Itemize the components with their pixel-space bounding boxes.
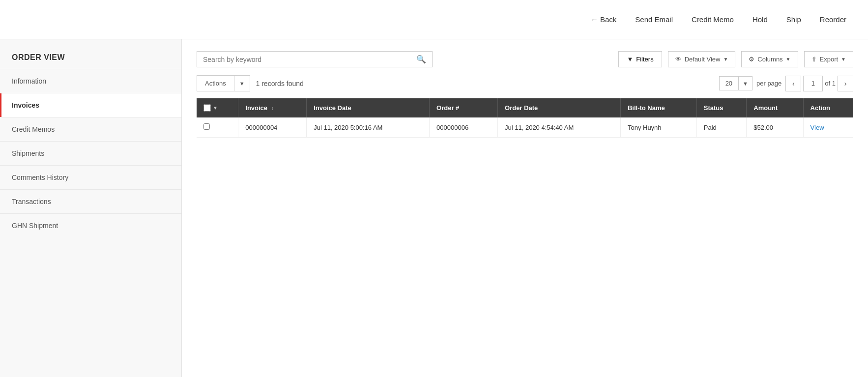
back-button[interactable]: ← Back [589,11,619,28]
per-page-section: 20 ▼ per page ‹ of 1 › [719,76,853,91]
next-page-button[interactable]: › [838,76,853,91]
per-page-select: 20 ▼ [719,76,752,90]
actions-label: Actions [197,76,234,91]
search-input[interactable] [203,56,412,63]
per-page-label: per page [756,80,781,87]
th-checkbox: ▼ [197,98,238,117]
sidebar-item-credit-memos[interactable]: Credit Memos [0,117,181,141]
actions-dropdown: Actions ▼ [197,75,250,91]
filters-button[interactable]: ▼ Filters [618,51,662,67]
eye-icon: 👁 [675,56,682,63]
search-icon: 🔍 [416,55,426,64]
pagination: ‹ of 1 › [785,76,853,91]
th-invoice: Invoice ↕ [238,98,307,117]
search-box: 🔍 [197,51,433,67]
view-link-0[interactable]: View [810,124,824,131]
default-view-label: Default View [685,56,721,63]
select-all-checkbox[interactable] [203,104,211,112]
columns-button[interactable]: ⚙ Columns ▼ [741,51,798,67]
th-checkbox-caret[interactable]: ▼ [213,105,218,111]
chevron-down-icon: ▼ [723,57,728,62]
hold-button[interactable]: Hold [751,11,770,28]
sidebar-item-comments-history[interactable]: Comments History [0,165,181,189]
row-order-number: 000000006 [430,117,498,138]
toolbar-row2: Actions ▼ 1 records found 20 ▼ per page … [197,75,853,91]
row-checkbox-0[interactable] [203,123,210,130]
filters-label: Filters [636,56,653,63]
invoices-table: ▼ Invoice ↕ Invoice Date Order # Order D… [197,98,853,138]
row-bill-to-name: Tony Huynh [620,117,696,138]
records-found: 1 records found [256,80,304,87]
chevron-down-icon-2: ▼ [786,57,791,62]
th-amount: Amount [747,98,803,117]
filter-icon: ▼ [627,56,633,63]
export-icon: ⇧ [811,56,817,63]
sidebar-title: ORDER VIEW [0,44,181,69]
row-order-date: Jul 11, 2020 4:54:40 AM [498,117,621,138]
page-input[interactable] [803,76,823,91]
page-of-label: of 1 [825,80,836,87]
toolbar-row1: 🔍 ▼ Filters 👁 Default View ▼ ⚙ Columns ▼… [197,51,853,67]
credit-memo-button[interactable]: Credit Memo [690,11,736,28]
reorder-button[interactable]: Reorder [818,11,848,28]
columns-label: Columns [757,56,782,63]
row-status: Paid [696,117,747,138]
per-page-caret-button[interactable]: ▼ [739,78,752,89]
row-amount: $52.00 [747,117,803,138]
ship-button[interactable]: Ship [784,11,803,28]
sidebar-item-information[interactable]: Information [0,69,181,93]
sidebar-item-ghn-shipment[interactable]: GHN Shipment [0,213,181,237]
th-bill-to-name: Bill-to Name [620,98,696,117]
actions-caret-button[interactable]: ▼ [234,77,250,90]
table-row: 000000004 Jul 11, 2020 5:00:16 AM 000000… [197,117,853,138]
sidebar-item-invoices[interactable]: Invoices [0,93,181,117]
per-page-value: 20 [720,77,739,90]
columns-icon: ⚙ [749,56,754,63]
sidebar-item-transactions[interactable]: Transactions [0,189,181,213]
export-button[interactable]: ⇧ Export ▼ [804,51,853,67]
export-label: Export [820,56,839,63]
row-invoice-date: Jul 11, 2020 5:00:16 AM [307,117,430,138]
sidebar-item-shipments[interactable]: Shipments [0,141,181,165]
default-view-button[interactable]: 👁 Default View ▼ [668,51,736,67]
th-status: Status [696,98,747,117]
chevron-down-icon-3: ▼ [841,57,846,62]
th-order-number: Order # [430,98,498,117]
main-content: 🔍 ▼ Filters 👁 Default View ▼ ⚙ Columns ▼… [182,39,868,377]
th-action: Action [803,98,853,117]
th-order-date: Order Date [498,98,621,117]
layout: ORDER VIEW InformationInvoicesCredit Mem… [0,39,868,377]
row-checkbox-cell [197,117,238,138]
send-email-button[interactable]: Send Email [633,11,675,28]
prev-page-button[interactable]: ‹ [785,76,801,91]
top-bar: ← Back Send Email Credit Memo Hold Ship … [0,0,868,39]
row-invoice: 000000004 [238,117,307,138]
th-invoice-date: Invoice Date [307,98,430,117]
sidebar: ORDER VIEW InformationInvoicesCredit Mem… [0,39,182,377]
invoice-sort-icon[interactable]: ↕ [271,106,274,111]
row-action: View [803,117,853,138]
table-header-row: ▼ Invoice ↕ Invoice Date Order # Order D… [197,98,853,117]
